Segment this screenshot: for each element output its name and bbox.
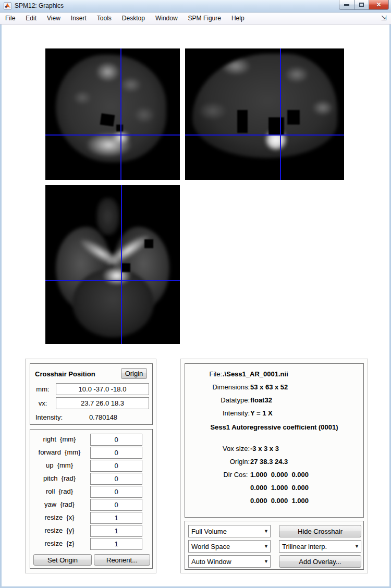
crosshair-horizontal: [185, 134, 344, 136]
yaw-rad-label: yaw {rad}: [30, 500, 89, 508]
vox-size-row: Vox size: -3 x 3 x 3: [185, 445, 363, 458]
maximize-button[interactable]: [355, 0, 369, 10]
window-dropdown-value: Auto Window: [191, 558, 231, 566]
window-dropdown[interactable]: Auto Window ▼: [188, 555, 271, 568]
dimensions-value: 53 x 63 x 52: [250, 383, 288, 396]
reorient-row: resize {z}: [30, 538, 152, 551]
reorient-panel: right {mm} forward {mm} up {mm} pitch {r…: [30, 429, 153, 569]
file-label: File:: [185, 370, 222, 383]
right-mm-input[interactable]: [90, 434, 142, 446]
dir-cos-label: Dir Cos:: [185, 471, 250, 484]
dimensions-label: Dimensions:: [185, 383, 250, 396]
reorient-button[interactable]: Reorient...: [94, 554, 150, 566]
sagittal-view[interactable]: [185, 48, 344, 180]
reorient-row: resize {x}: [30, 512, 152, 525]
interpolation-dropdown-value: Trilinear interp.: [282, 543, 327, 550]
dir-cos-row-3: 0.000 0.000 1.000: [185, 497, 363, 510]
mm-input[interactable]: [56, 383, 149, 395]
resize-z-input[interactable]: [90, 538, 142, 550]
datatype-value: float32: [250, 396, 272, 409]
resize-x-input[interactable]: [90, 512, 142, 524]
origin-value: 27 38.3 24.3: [250, 458, 288, 471]
resize-y-label: resize {y}: [30, 526, 89, 534]
matlab-icon: [4, 2, 11, 10]
coronal-view[interactable]: [45, 48, 180, 180]
add-overlay-button[interactable]: Add Overlay...: [279, 555, 361, 568]
dir-cos-value-2: 0.000 1.000 0.000: [250, 484, 309, 497]
origin-label: Origin:: [185, 458, 250, 471]
dir-cos-value-1: 1.000 0.000 0.000: [250, 471, 309, 484]
display-controls-panel: Full Volume ▼ World Space ▼ Auto Window …: [185, 521, 364, 570]
reorient-row: yaw {rad}: [30, 499, 152, 512]
menu-window[interactable]: Window: [150, 13, 183, 23]
close-icon: ✕: [376, 2, 381, 8]
interpolation-dropdown[interactable]: Trilinear interp. ▼: [279, 540, 361, 553]
space-dropdown[interactable]: World Space ▼: [188, 540, 271, 553]
reorient-row: right {mm}: [30, 434, 152, 447]
figure-canvas: Crosshair Position Origin mm: vx: Intens…: [2, 24, 389, 586]
resize-y-input[interactable]: [90, 525, 142, 537]
pitch-rad-label: pitch {rad}: [30, 474, 89, 482]
menu-help[interactable]: Help: [226, 13, 250, 23]
roll-rad-input[interactable]: [90, 486, 142, 498]
crosshair-vertical: [280, 48, 281, 180]
mm-label: mm:: [31, 385, 54, 393]
origin-button[interactable]: Origin: [121, 368, 147, 379]
coronal-brain-slice: [56, 55, 166, 162]
crosshair-position-panel: Crosshair Position Origin mm: vx: Intens…: [30, 363, 153, 425]
chevron-down-icon: ▼: [264, 529, 268, 534]
hide-crosshair-button[interactable]: Hide Crosshair: [279, 525, 361, 537]
left-control-frame: Crosshair Position Origin mm: vx: Intens…: [25, 359, 156, 573]
file-value: .\Sess1_AR_0001.nii: [222, 370, 288, 383]
menu-desktop[interactable]: Desktop: [117, 13, 150, 23]
volume-dropdown[interactable]: Full Volume ▼: [188, 525, 271, 537]
crosshair-vertical: [121, 185, 122, 344]
dir-cos-value-3: 0.000 0.000 1.000: [250, 497, 309, 510]
close-button[interactable]: ✕: [369, 0, 389, 10]
maximize-icon: [359, 3, 364, 7]
menu-tools[interactable]: Tools: [92, 13, 117, 23]
volume-dropdown-value: Full Volume: [191, 528, 227, 535]
sagittal-dark-notch: [237, 110, 248, 133]
intensity-scaling-row: Intensity: Y = 1 X: [185, 409, 363, 422]
axial-view[interactable]: [45, 185, 180, 344]
datatype-label: Datatype:: [185, 396, 250, 409]
reorient-row: forward {mm}: [30, 447, 152, 460]
vx-input[interactable]: [56, 397, 149, 409]
resize-x-label: resize {x}: [30, 513, 89, 521]
set-origin-button[interactable]: Set Origin: [33, 554, 92, 566]
title-bar[interactable]: SPM12: Graphics ✕: [0, 0, 391, 13]
axial-dark-notch: [121, 263, 130, 272]
reorient-row: resize {y}: [30, 525, 152, 538]
minimize-button[interactable]: [339, 0, 355, 10]
coronal-dark-notch: [100, 113, 115, 126]
volume-description: Sess1 Autoregressive coefficient (0001): [185, 423, 363, 431]
menu-spm-figure[interactable]: SPM Figure: [183, 13, 226, 23]
axial-brain-slice: [96, 198, 119, 235]
coronal-dark-notch: [116, 125, 123, 131]
intensity-label: Intensity:: [35, 413, 63, 421]
minimize-icon: [344, 4, 349, 6]
menu-bar: File Edit View Insert Tools Desktop Wind…: [0, 13, 391, 24]
forward-mm-input[interactable]: [90, 447, 142, 459]
menu-file[interactable]: File: [0, 13, 20, 23]
reorient-row: up {mm}: [30, 460, 152, 473]
resize-z-label: resize {z}: [30, 540, 89, 547]
spm-graphics-window: SPM12: Graphics ✕ File Edit View Insert …: [0, 0, 391, 588]
volume-info-panel: File: .\Sess1_AR_0001.nii Dimensions: 53…: [185, 363, 364, 518]
vx-label: vx:: [31, 399, 54, 407]
pitch-rad-input[interactable]: [90, 473, 142, 485]
menu-edit[interactable]: Edit: [20, 13, 42, 23]
intensity-value: 0.780148: [69, 413, 137, 421]
menu-view[interactable]: View: [42, 13, 66, 23]
reorient-row: pitch {rad}: [30, 473, 152, 486]
up-mm-input[interactable]: [90, 460, 142, 472]
dock-arrow-icon[interactable]: ⇲: [381, 14, 387, 22]
crosshair-horizontal: [45, 134, 180, 136]
yaw-rad-input[interactable]: [90, 499, 142, 511]
chevron-down-icon: ▼: [264, 559, 268, 564]
reorient-row: roll {rad}: [30, 486, 152, 499]
dir-cos-row-1: Dir Cos: 1.000 0.000 0.000: [185, 471, 363, 484]
menu-insert[interactable]: Insert: [66, 13, 92, 23]
chevron-down-icon: ▼: [264, 544, 268, 549]
